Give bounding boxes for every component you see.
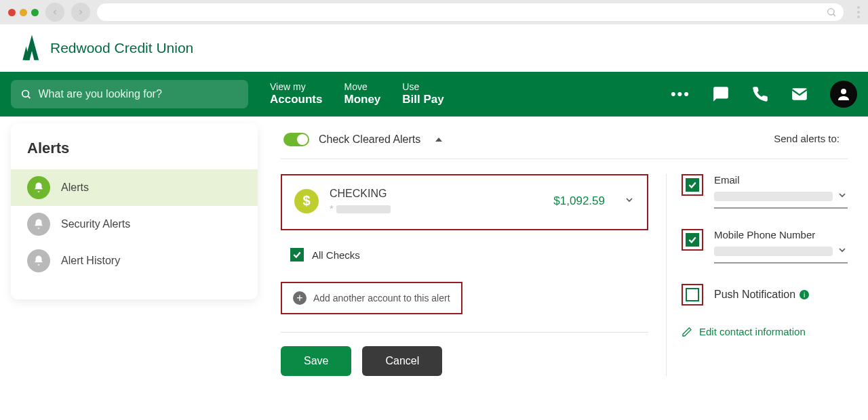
toggle-label: Check Cleared Alerts [319,133,420,146]
redacted-value [714,247,833,256]
plus-icon: + [293,291,307,305]
highlight-marker [682,174,703,196]
logo-icon [20,33,43,63]
logo[interactable]: Redwood Credit Union [20,33,193,63]
nav-label: Use [402,81,443,93]
check-cleared-toggle[interactable] [283,133,309,146]
mobile-checkbox[interactable] [686,233,699,247]
svg-line-3 [28,96,30,98]
account-mask: * [330,203,391,214]
svg-point-4 [841,89,846,94]
add-account-label: Add another account to this alert [313,293,450,303]
back-button[interactable] [45,3,64,22]
redacted-value [714,192,833,201]
nav-label: Accounts [270,93,322,106]
pencil-icon [682,327,692,337]
close-window-icon[interactable] [8,9,16,16]
nav-label: View my [270,81,322,93]
alert-channels: Email Mobile Phone Number [666,174,848,376]
nav-label: Move [344,81,380,93]
sidebar-item-alerts[interactable]: Alerts [11,169,258,206]
sidebar-item-label: Security Alerts [61,218,130,230]
collapse-icon[interactable] [435,138,442,142]
sidebar-item-security-alerts[interactable]: Security Alerts [11,206,258,243]
bell-icon [27,176,50,199]
chevron-down-icon [624,194,635,208]
divider [281,332,648,333]
bell-icon [27,249,50,272]
checkbox-checked-icon[interactable] [290,248,304,261]
add-account-button[interactable]: + Add another account to this alert [281,282,462,314]
email-checkbox[interactable] [686,178,699,192]
search-icon [20,88,32,100]
chevron-down-icon [837,190,848,203]
nav-move-money[interactable]: Move Money [344,81,380,106]
svg-point-2 [22,90,29,97]
nav-label: Bill Pay [402,93,443,106]
primary-nav: View my Accounts Move Money Use Bill Pay… [0,72,868,117]
cancel-button[interactable]: Cancel [362,346,442,376]
main-content: Check Cleared Alerts Send alerts to: $ C… [258,123,868,390]
maximize-window-icon[interactable] [31,9,39,16]
url-bar[interactable] [97,3,844,21]
svg-line-1 [833,14,835,16]
highlight-marker [682,284,703,306]
chevron-down-icon [837,245,848,258]
search-icon [826,7,837,18]
account-balance: $1,092.59 [553,194,605,208]
dollar-icon: $ [294,189,319,213]
highlight-marker [682,229,703,251]
account-selector[interactable]: $ CHECKING * $1,092.59 [281,174,648,230]
account-name: CHECKING [330,188,391,200]
save-button[interactable]: Save [281,346,351,376]
avatar-icon [835,86,852,102]
minimize-window-icon[interactable] [20,9,27,16]
svg-point-0 [828,9,834,15]
sidebar-item-label: Alert History [61,255,120,267]
all-checks-label: All Checks [312,249,360,261]
mail-icon[interactable] [791,85,808,103]
email-dropdown[interactable] [714,190,848,209]
brand-header: Redwood Credit Union [0,24,868,72]
push-checkbox[interactable] [686,288,699,301]
mobile-label: Mobile Phone Number [714,229,848,240]
search-input[interactable] [39,88,239,100]
email-label: Email [714,174,848,186]
sidebar-title: Alerts [11,123,258,169]
forward-button[interactable] [71,3,90,22]
search-field[interactable] [11,80,248,108]
nav-bill-pay[interactable]: Use Bill Pay [402,81,443,106]
more-icon[interactable]: ••• [671,85,690,103]
all-checks-option[interactable]: All Checks [290,248,648,261]
sidebar-item-alert-history[interactable]: Alert History [11,243,258,279]
nav-label: Money [344,93,380,106]
messages-icon[interactable] [712,85,730,103]
bell-icon [27,213,50,236]
browser-chrome [0,0,868,24]
window-controls [8,9,39,16]
edit-contact-label: Edit contact information [699,326,806,337]
sidebar: Alerts Alerts Security Alerts Alert Hist… [0,123,258,390]
edit-contact-link[interactable]: Edit contact information [682,326,848,337]
info-icon[interactable]: i [800,290,809,299]
mobile-dropdown[interactable] [714,245,848,264]
profile-button[interactable] [830,81,857,108]
send-alerts-label: Send alerts to: [774,133,840,144]
browser-menu-icon[interactable] [857,6,860,18]
phone-icon[interactable] [751,85,769,103]
sidebar-item-label: Alerts [61,182,89,194]
nav-accounts[interactable]: View my Accounts [270,81,322,106]
brand-name: Redwood Credit Union [50,40,193,56]
push-label: Push Notification [714,289,795,301]
